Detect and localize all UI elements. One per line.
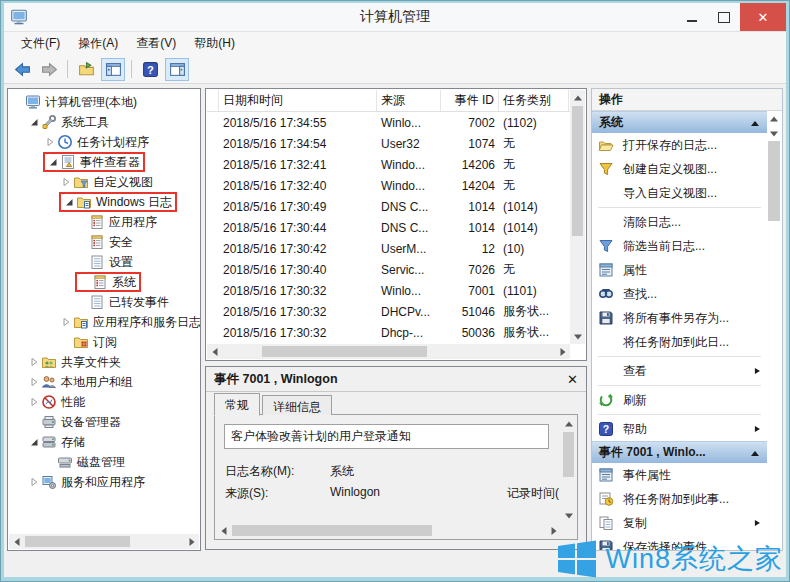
tree-item[interactable]: 系统 [8, 272, 200, 292]
scroll-thumb[interactable] [25, 536, 130, 547]
collapse-arrow-icon[interactable] [750, 116, 760, 130]
tab-general[interactable]: 常规 [214, 393, 260, 416]
tree-item[interactable]: 性能 [8, 392, 200, 412]
column-header[interactable]: 任务类别 [499, 90, 569, 111]
tree-item[interactable]: 共享文件夹 [8, 352, 200, 372]
tree-item[interactable]: 应用程序 [8, 212, 200, 232]
action-item[interactable]: 查看 [592, 359, 767, 383]
action-section-header-0[interactable]: 系统 [592, 111, 767, 133]
action-item[interactable]: 筛选当前日志... [592, 234, 767, 258]
tree-item[interactable]: 计算机管理(本地) [8, 92, 200, 112]
event-horizontal-scrollbar[interactable] [207, 344, 570, 359]
close-button[interactable]: ✕ [740, 3, 786, 31]
scroll-left-arrow[interactable] [207, 344, 222, 359]
action-item[interactable]: 刷新 [592, 388, 767, 412]
column-header[interactable]: 来源 [377, 90, 441, 111]
back-button[interactable] [10, 58, 34, 81]
console-tree-toggle-button[interactable] [101, 58, 125, 81]
collapsed-expander-icon[interactable] [27, 396, 40, 409]
actions-vertical-scrollbar[interactable] [767, 111, 781, 549]
detail-vertical-scrollbar[interactable] [561, 416, 576, 523]
scroll-thumb[interactable] [262, 346, 427, 357]
detail-horizontal-scrollbar[interactable] [216, 523, 561, 538]
action-item[interactable]: ?帮助 [592, 417, 767, 441]
collapse-arrow-icon[interactable] [750, 446, 760, 460]
scroll-thumb[interactable] [572, 106, 583, 236]
action-item[interactable]: 将任务附加到此日... [592, 330, 767, 354]
forward-button[interactable] [37, 58, 61, 81]
tree-item[interactable]: Windows 日志 [8, 192, 200, 212]
scroll-left-arrow[interactable] [216, 523, 231, 538]
tab-details[interactable]: 详细信息 [262, 395, 332, 415]
column-header[interactable]: 日期和时间 [219, 90, 377, 111]
collapsed-expander-icon[interactable] [27, 356, 40, 369]
scroll-thumb[interactable] [232, 525, 432, 536]
scroll-down-arrow[interactable] [767, 126, 781, 141]
scroll-right-arrow[interactable] [184, 534, 199, 549]
table-row[interactable]: 2018/5/16 17:30:42UserM...12(10) [207, 238, 570, 259]
tree-item[interactable]: 磁盘管理 [8, 452, 200, 472]
table-row[interactable]: 2018/5/16 17:30:32Dhcp-...50036服务状... [207, 322, 570, 343]
menu-item-3[interactable]: 帮助(H) [185, 32, 244, 55]
table-row[interactable]: 2018/5/16 17:32:41Windo...14206无 [207, 154, 570, 175]
tree-item[interactable]: 服务和应用程序 [8, 472, 200, 492]
action-item[interactable]: 将任务附加到此事... [592, 487, 767, 511]
action-item[interactable]: 创建自定义视图... [592, 157, 767, 181]
table-row[interactable]: 2018/5/16 17:34:55Winlo...7002(1102) [207, 112, 570, 133]
menu-item-2[interactable]: 查看(V) [127, 32, 185, 55]
table-row[interactable]: 2018/5/16 17:30:32DHCPv...51046服务状... [207, 301, 570, 322]
table-row[interactable]: 2018/5/16 17:30:32Winlo...7001(1101) [207, 280, 570, 301]
action-item[interactable]: 属性 [592, 258, 767, 282]
scroll-right-arrow[interactable] [546, 523, 561, 538]
tree-item[interactable]: 任务计划程序 [8, 132, 200, 152]
expanded-expander-icon[interactable] [46, 156, 59, 169]
tree-item[interactable]: 已转发事件 [8, 292, 200, 312]
collapsed-expander-icon[interactable] [27, 376, 40, 389]
action-item[interactable]: 事件属性 [592, 463, 767, 487]
tree-item[interactable]: 安全 [8, 232, 200, 252]
expanded-expander-icon[interactable] [27, 436, 40, 449]
tree-item[interactable]: 系统工具 [8, 112, 200, 132]
table-row[interactable]: 2018/5/16 17:34:54User321074无 [207, 133, 570, 154]
tree-item[interactable]: 事件查看器 [8, 152, 200, 172]
scroll-up-arrow[interactable] [570, 90, 585, 105]
scroll-thumb[interactable] [563, 432, 574, 477]
action-item[interactable]: 打开保存的日志... [592, 133, 767, 157]
scroll-left-arrow[interactable] [9, 534, 24, 549]
collapsed-expander-icon[interactable] [43, 136, 56, 149]
tree-item[interactable]: 订阅 [8, 332, 200, 352]
action-item[interactable]: 导入自定义视图... [592, 181, 767, 205]
tree-item[interactable]: 本地用户和组 [8, 372, 200, 392]
table-row[interactable]: 2018/5/16 17:30:40Servic...7026无 [207, 259, 570, 280]
export-list-button[interactable] [74, 58, 98, 81]
action-item[interactable]: 查找... [592, 282, 767, 306]
table-row[interactable]: 2018/5/16 17:30:44DNS C...1014(1014) [207, 217, 570, 238]
table-row[interactable]: 2018/5/16 17:30:49DNS C...1014(1014) [207, 196, 570, 217]
action-item[interactable]: 清除日志... [592, 210, 767, 234]
tree-item[interactable]: 自定义视图 [8, 172, 200, 192]
maximize-button[interactable] [708, 3, 740, 31]
close-detail-icon[interactable]: ✕ [567, 372, 578, 387]
scroll-up-arrow[interactable] [561, 416, 576, 431]
minimize-button[interactable] [676, 3, 708, 31]
tree-item[interactable]: 存储 [8, 432, 200, 452]
column-header[interactable]: 事件 ID [441, 90, 499, 111]
action-pane-toggle-button[interactable] [165, 58, 189, 81]
scroll-down-arrow[interactable] [561, 508, 576, 523]
event-vertical-scrollbar[interactable] [570, 90, 585, 344]
menu-item-0[interactable]: 文件(F) [12, 32, 69, 55]
expanded-expander-icon[interactable] [62, 196, 75, 209]
table-row[interactable]: 2018/5/16 17:32:40Windo...14204无 [207, 175, 570, 196]
collapsed-expander-icon[interactable] [59, 176, 72, 189]
scroll-right-arrow[interactable] [555, 344, 570, 359]
help-button[interactable]: ? [138, 58, 162, 81]
tree-horizontal-scrollbar[interactable] [9, 534, 199, 549]
action-item[interactable]: 将所有事件另存为... [592, 306, 767, 330]
tree-item[interactable]: 应用程序和服务日志 [8, 312, 200, 332]
tree-item[interactable]: 设备管理器 [8, 412, 200, 432]
tree-item[interactable]: 设置 [8, 252, 200, 272]
menu-item-1[interactable]: 操作(A) [69, 32, 127, 55]
collapsed-expander-icon[interactable] [59, 316, 72, 329]
collapsed-expander-icon[interactable] [27, 476, 40, 489]
scroll-down-arrow[interactable] [570, 329, 585, 344]
